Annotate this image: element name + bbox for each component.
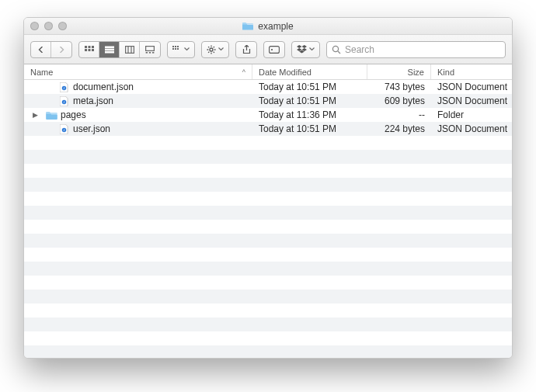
chevron-down-icon <box>184 47 190 51</box>
svg-rect-7 <box>105 49 114 50</box>
file-size: 224 bytes <box>367 123 431 134</box>
back-button[interactable] <box>31 42 51 57</box>
empty-row <box>24 164 512 178</box>
file-kind: JSON Document <box>431 95 512 106</box>
svg-line-39 <box>338 51 340 54</box>
titlebar[interactable]: example <box>24 18 512 35</box>
svg-line-30 <box>208 51 209 52</box>
empty-row <box>24 290 512 304</box>
svg-line-29 <box>214 47 214 47</box>
svg-rect-5 <box>92 49 94 51</box>
svg-rect-9 <box>125 46 134 53</box>
svg-rect-21 <box>177 48 179 50</box>
gear-icon <box>207 45 216 54</box>
svg-marker-34 <box>302 45 308 48</box>
svg-rect-31 <box>270 46 280 53</box>
search-field[interactable] <box>326 41 506 58</box>
window-title: example <box>24 21 512 32</box>
svg-line-28 <box>214 51 214 52</box>
column-view-button[interactable] <box>120 42 140 57</box>
svg-rect-8 <box>105 51 114 53</box>
file-kind: JSON Document <box>431 123 512 134</box>
file-name: document.json <box>73 82 134 92</box>
finder-window: example <box>23 17 513 359</box>
empty-row <box>24 248 512 262</box>
empty-row <box>24 345 512 358</box>
file-row[interactable]: Jmeta.jsonToday at 10:51 PM609 bytesJSON… <box>24 94 512 108</box>
file-list[interactable]: Jdocument.jsonToday at 10:51 PM743 bytes… <box>24 80 512 358</box>
folder-icon <box>242 22 253 30</box>
column-header-kind[interactable]: Kind <box>431 64 512 79</box>
file-size: 743 bytes <box>367 82 431 92</box>
toolbar <box>24 35 512 64</box>
minimize-button[interactable] <box>44 22 53 30</box>
search-icon <box>332 45 341 54</box>
gallery-view-button[interactable] <box>140 42 160 57</box>
arrange-button[interactable] <box>167 41 195 58</box>
file-name: meta.json <box>73 95 113 106</box>
empty-row <box>24 276 512 290</box>
tags-button[interactable] <box>263 41 285 58</box>
file-date: Today at 11:36 PM <box>252 109 367 120</box>
svg-rect-19 <box>172 48 174 50</box>
file-row[interactable]: Juser.jsonToday at 10:51 PM224 bytesJSON… <box>24 122 512 136</box>
empty-row <box>24 304 512 317</box>
file-date: Today at 10:51 PM <box>252 95 367 106</box>
file-name: user.json <box>73 123 110 134</box>
svg-rect-16 <box>172 46 174 47</box>
empty-row <box>24 234 512 248</box>
svg-point-38 <box>332 46 338 51</box>
empty-row <box>24 150 512 164</box>
window-title-text: example <box>258 21 293 32</box>
icon-view-button[interactable] <box>79 42 99 57</box>
search-input[interactable] <box>345 44 500 55</box>
svg-rect-4 <box>88 49 90 51</box>
disclosure-triangle[interactable]: ▶ <box>30 111 40 119</box>
svg-rect-20 <box>175 48 176 50</box>
forward-button[interactable] <box>51 42 71 57</box>
file-date: Today at 10:51 PM <box>252 82 367 92</box>
empty-row <box>24 136 512 150</box>
folder-icon <box>46 110 57 120</box>
nav-buttons <box>30 41 72 58</box>
svg-rect-6 <box>105 47 114 48</box>
file-row[interactable]: Jdocument.jsonToday at 10:51 PM743 bytes… <box>24 80 512 94</box>
list-view-button[interactable] <box>99 42 120 57</box>
dropbox-button[interactable] <box>291 41 320 58</box>
close-button[interactable] <box>30 22 39 30</box>
action-button[interactable] <box>201 41 229 58</box>
view-mode-buttons <box>78 41 161 58</box>
zoom-button[interactable] <box>58 22 67 30</box>
column-headers: Name ^ Date Modified Size Kind <box>24 64 512 80</box>
file-name: pages <box>61 109 86 120</box>
file-kind: JSON Document <box>431 82 512 92</box>
svg-rect-3 <box>85 49 87 51</box>
column-header-name-label: Name <box>30 68 53 77</box>
svg-text:J: J <box>64 100 65 103</box>
empty-row <box>24 192 512 206</box>
file-row[interactable]: ▶pagesToday at 11:36 PM--Folder <box>24 108 512 122</box>
file-size: 609 bytes <box>367 95 431 106</box>
empty-row <box>24 206 512 220</box>
svg-marker-33 <box>297 45 302 48</box>
svg-rect-18 <box>177 46 179 47</box>
json-file-icon: J <box>58 124 70 134</box>
share-button[interactable] <box>235 41 257 58</box>
svg-line-27 <box>208 47 209 47</box>
column-header-date[interactable]: Date Modified <box>252 64 367 79</box>
empty-row <box>24 220 512 234</box>
empty-row <box>24 331 512 345</box>
empty-row <box>24 317 512 331</box>
json-file-icon: J <box>58 96 70 106</box>
tag-icon <box>269 46 280 54</box>
file-date: Today at 10:51 PM <box>252 123 367 134</box>
column-header-name[interactable]: Name ^ <box>24 64 252 79</box>
column-header-size[interactable]: Size <box>367 64 431 79</box>
file-size: -- <box>367 109 431 120</box>
window-controls <box>30 22 67 30</box>
empty-row <box>24 262 512 276</box>
svg-rect-12 <box>146 46 155 50</box>
svg-point-32 <box>271 48 273 50</box>
sort-indicator-icon: ^ <box>242 68 245 76</box>
svg-rect-17 <box>175 46 176 47</box>
